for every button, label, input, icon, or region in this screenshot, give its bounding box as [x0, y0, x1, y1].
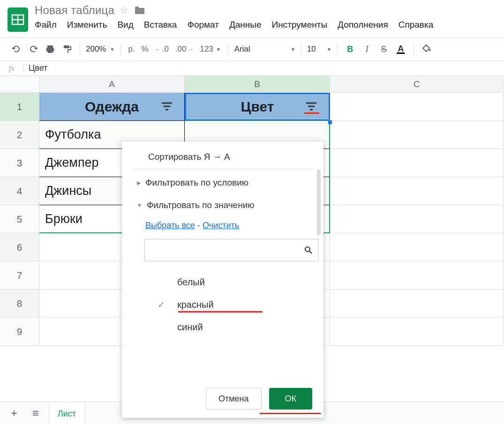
row-header-5[interactable]: 5 [0, 205, 39, 233]
all-sheets-button[interactable]: ≡ [27, 405, 44, 422]
cell-c4[interactable] [330, 177, 504, 205]
doc-title[interactable]: Новая таблица [35, 4, 114, 17]
row-header-9[interactable]: 9 [0, 318, 39, 346]
column-header-b[interactable]: B [185, 76, 330, 93]
cell-b1[interactable]: Цвет [185, 93, 330, 121]
cell-c3[interactable] [330, 149, 504, 177]
sheets-logo[interactable] [8, 6, 28, 34]
row-header-2[interactable]: 2 [0, 121, 39, 149]
filter-value-item[interactable]: синий [158, 316, 312, 338]
decrease-decimal-button[interactable]: ←.0 [153, 45, 171, 54]
check-icon: ✓ [158, 299, 168, 310]
currency-button[interactable]: р. [126, 45, 136, 54]
menu-addons[interactable]: Дополнения [338, 20, 388, 30]
svg-line-10 [309, 251, 312, 253]
selection-handle[interactable] [328, 120, 332, 124]
row-header-4[interactable]: 4 [0, 177, 39, 205]
row-header-8[interactable]: 8 [0, 290, 39, 318]
filter-by-condition[interactable]: ▶Фильтровать по условию [133, 169, 312, 192]
row-header-6[interactable]: 6 [0, 233, 39, 261]
sheet-tab[interactable]: Лист [49, 402, 85, 424]
fill-color-button[interactable] [420, 42, 434, 56]
filter-icon[interactable] [162, 102, 172, 112]
fx-label: fx [0, 64, 23, 73]
print-button[interactable] [43, 42, 57, 56]
filter-panel: Сортировать Я → А ▶Фильтровать по услови… [122, 141, 323, 418]
menu-file[interactable]: Файл [35, 20, 57, 30]
search-icon [304, 246, 313, 254]
row-header-7[interactable]: 7 [0, 261, 39, 290]
select-all-link[interactable]: Выбрать все [145, 221, 195, 230]
cell-c5[interactable] [330, 205, 504, 233]
toolbar: 200%▼ р. % ←.0 .00→ 123▼ Arial▼ 10▼ B I … [0, 37, 504, 61]
menu-bar: Файл Изменить Вид Вставка Формат Данные … [35, 20, 433, 30]
cell-c6[interactable] [330, 233, 504, 261]
menu-insert[interactable]: Вставка [144, 20, 177, 30]
row-header-3[interactable]: 3 [0, 149, 39, 177]
menu-format[interactable]: Формат [187, 20, 219, 30]
cancel-button[interactable]: Отмена [206, 388, 262, 409]
font-select[interactable]: Arial▼ [234, 45, 295, 54]
column-header-a[interactable]: A [39, 76, 185, 93]
strike-button[interactable]: S [377, 42, 391, 56]
sort-desc[interactable]: Сортировать Я → А [133, 149, 312, 169]
star-icon[interactable]: ☆ [120, 5, 128, 16]
filter-search-input[interactable] [144, 239, 319, 261]
menu-help[interactable]: Справка [399, 20, 434, 30]
filter-value-item[interactable]: ✓ красный [158, 293, 312, 316]
menu-tools[interactable]: Инструменты [272, 20, 327, 30]
text-color-button[interactable]: A [394, 42, 408, 56]
menu-edit[interactable]: Изменить [67, 20, 107, 30]
svg-rect-7 [64, 45, 69, 48]
filter-icon[interactable] [306, 102, 316, 112]
ok-button[interactable]: ОК [269, 388, 313, 409]
cell-c2[interactable] [330, 121, 504, 149]
formula-bar: fx Цвет [0, 61, 504, 76]
clear-link[interactable]: Очистить [203, 221, 239, 230]
cell-c1[interactable] [330, 93, 504, 121]
menu-view[interactable]: Вид [117, 20, 133, 30]
svg-point-9 [305, 247, 310, 252]
svg-rect-6 [48, 50, 53, 53]
row-header-1[interactable]: 1 [0, 93, 39, 121]
filter-by-value[interactable]: ▼Фильтровать по значению [133, 192, 312, 214]
column-header-c[interactable]: C [330, 76, 504, 93]
italic-button[interactable]: I [360, 42, 374, 56]
filter-value-item[interactable]: белый [158, 271, 312, 293]
percent-button[interactable]: % [140, 45, 150, 54]
paint-format-button[interactable] [60, 42, 74, 56]
cell-a1[interactable]: Одежда [39, 93, 185, 121]
menu-data[interactable]: Данные [229, 20, 262, 30]
svg-point-8 [429, 49, 431, 51]
font-size-select[interactable]: 10▼ [307, 45, 331, 54]
select-all-corner[interactable] [0, 76, 39, 93]
zoom-select[interactable]: 200%▼ [86, 45, 114, 54]
add-sheet-button[interactable]: + [6, 405, 23, 422]
increase-decimal-button[interactable]: .00→ [173, 45, 196, 54]
cell-c9[interactable] [330, 318, 504, 346]
formula-value[interactable]: Цвет [24, 63, 47, 73]
bold-button[interactable]: B [343, 42, 357, 56]
cell-c8[interactable] [330, 290, 504, 318]
undo-button[interactable] [9, 42, 23, 56]
folder-icon[interactable] [134, 6, 145, 15]
scrollbar[interactable] [317, 170, 321, 235]
cell-c7[interactable] [330, 261, 504, 290]
number-format-select[interactable]: 123▼ [198, 45, 223, 54]
svg-rect-4 [47, 45, 53, 48]
redo-button[interactable] [26, 42, 40, 56]
